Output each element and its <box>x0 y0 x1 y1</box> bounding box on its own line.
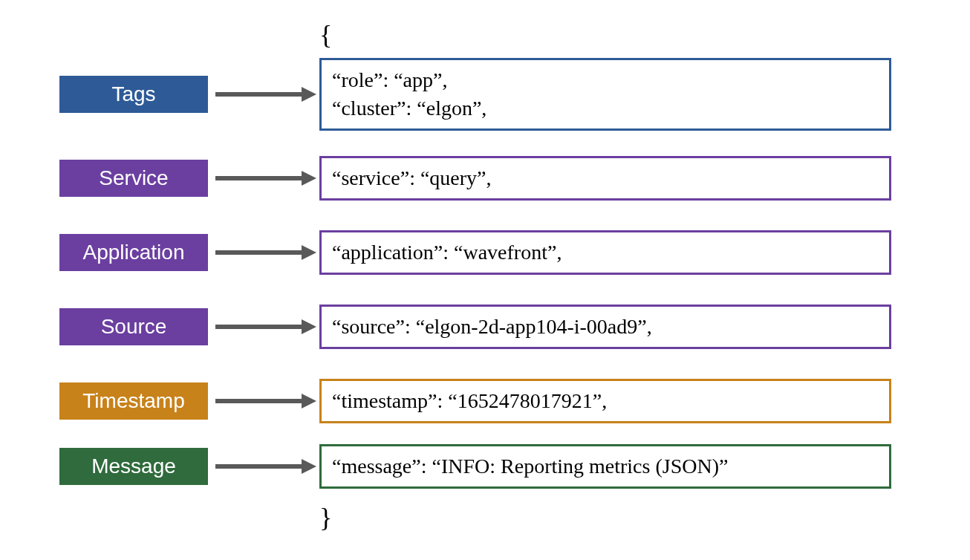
svg-marker-1 <box>302 87 316 102</box>
arrow-right-icon <box>208 241 319 264</box>
svg-marker-11 <box>302 459 316 474</box>
arrow-right-icon <box>208 390 319 412</box>
row-message: Message “message”: “INFO: Reporting metr… <box>59 444 940 489</box>
svg-marker-9 <box>302 394 316 408</box>
value-timestamp-text: “timestamp”: “1652478017921”, <box>332 387 607 415</box>
value-message: “message”: “INFO: Reporting metrics (JSO… <box>319 444 891 489</box>
row-timestamp: Timestamp “timestamp”: “1652478017921”, <box>59 379 940 423</box>
arrow-cell <box>208 390 319 412</box>
value-timestamp: “timestamp”: “1652478017921”, <box>319 379 891 423</box>
arrow-cell <box>208 455 319 478</box>
label-tags: Tags <box>59 76 208 113</box>
arrow-right-icon <box>208 167 319 189</box>
svg-marker-3 <box>302 171 316 186</box>
diagram-canvas: { "braces": { "open": "{", "close": "}" … <box>0 0 970 560</box>
arrow-cell <box>208 167 319 189</box>
svg-marker-7 <box>302 319 316 334</box>
label-source: Source <box>59 308 208 345</box>
value-message-text: “message”: “INFO: Reporting metrics (JSO… <box>332 452 728 481</box>
value-tags-line-2: “cluster”: “elgon”, <box>332 97 486 120</box>
value-service-text: “service”: “query”, <box>332 164 492 192</box>
value-service: “service”: “query”, <box>319 156 891 201</box>
row-tags: Tags “role”: “app”, “cluster”: “elgon”, <box>59 58 940 131</box>
svg-marker-5 <box>302 245 316 260</box>
label-message: Message <box>59 448 208 485</box>
json-open-brace: { <box>319 19 332 51</box>
value-tags: “role”: “app”, “cluster”: “elgon”, <box>319 58 891 131</box>
value-source-text: “source”: “elgon-2d-app104-i-00ad9”, <box>332 313 652 341</box>
value-tags-text: “role”: “app”, “cluster”: “elgon”, <box>332 66 486 123</box>
label-timestamp: Timestamp <box>59 382 208 420</box>
label-service: Service <box>59 160 208 197</box>
label-application: Application <box>59 234 208 271</box>
arrow-right-icon <box>208 316 319 338</box>
arrow-cell <box>208 83 319 105</box>
row-service: Service “service”: “query”, <box>59 156 940 201</box>
row-source: Source “source”: “elgon-2d-app104-i-00ad… <box>59 305 940 349</box>
arrow-right-icon <box>208 455 319 478</box>
value-application-text: “application”: “wavefront”, <box>332 238 562 267</box>
value-application: “application”: “wavefront”, <box>319 230 891 275</box>
value-source: “source”: “elgon-2d-app104-i-00ad9”, <box>319 305 891 349</box>
json-close-brace: } <box>319 502 332 533</box>
arrow-cell <box>208 241 319 264</box>
arrow-cell <box>208 316 319 338</box>
row-application: Application “application”: “wavefront”, <box>59 230 940 275</box>
arrow-right-icon <box>208 83 319 105</box>
value-tags-line-1: “role”: “app”, <box>332 68 447 91</box>
